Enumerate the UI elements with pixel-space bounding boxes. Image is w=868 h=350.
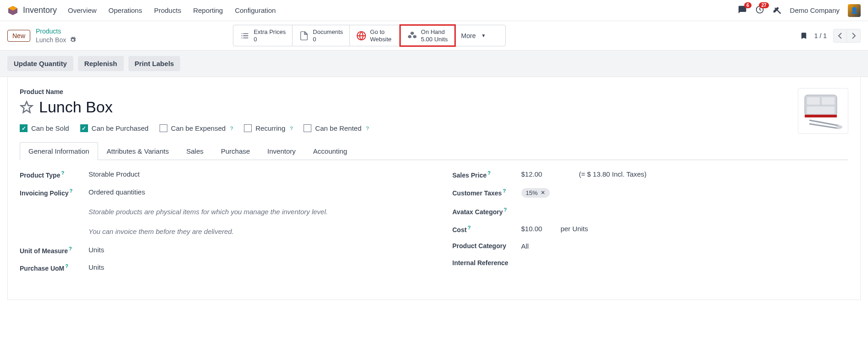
cost-unit: per Units <box>560 225 588 233</box>
stat-website[interactable]: Go toWebsite <box>350 25 400 46</box>
favorite-star-icon[interactable] <box>20 100 33 114</box>
product-category-value[interactable]: All <box>521 242 849 250</box>
app-title[interactable]: Inventory <box>23 6 57 15</box>
nav-configuration[interactable]: Configuration <box>235 6 276 14</box>
check-can-be-purchased[interactable]: Can be Purchased <box>80 124 149 132</box>
help-icon[interactable]: ? <box>290 126 293 131</box>
nav-overview[interactable]: Overview <box>68 6 97 14</box>
topbar: Inventory Overview Operations Products R… <box>0 0 868 21</box>
invoicing-policy-value[interactable]: Ordered quantities <box>88 188 416 196</box>
activities-icon[interactable]: 27 <box>755 5 764 16</box>
customer-taxes-label: Customer Taxes <box>453 189 502 197</box>
sales-price-label: Sales Price <box>453 172 487 179</box>
stat-buttons: Extra Prices0 Documents0 Go toWebsite On… <box>233 25 505 46</box>
purchase-uom-value[interactable]: Units <box>88 263 416 271</box>
help-icon[interactable]: ? <box>503 188 506 194</box>
document-icon <box>299 31 309 41</box>
nav-reporting[interactable]: Reporting <box>193 6 223 14</box>
svg-point-11 <box>836 125 842 129</box>
stat-more[interactable]: More▼ <box>455 25 505 46</box>
control-bar: New Products Lunch Box Extra Prices0 Doc… <box>0 21 868 50</box>
help-icon[interactable]: ? <box>69 246 72 251</box>
help-icon[interactable]: ? <box>503 207 507 212</box>
hint-text-2: You can invoice them before they are del… <box>88 226 416 238</box>
tab-sales[interactable]: Sales <box>177 142 212 160</box>
check-can-be-expensed[interactable]: Can be Expensed? <box>160 124 233 132</box>
user-avatar[interactable]: 👤 <box>848 4 861 17</box>
sales-price-incl: (= $ 13.80 Incl. Taxes) <box>579 170 647 178</box>
messages-icon[interactable]: 6 <box>738 5 747 16</box>
check-can-be-sold[interactable]: Can be Sold <box>20 124 69 132</box>
cost-value[interactable]: $10.00 <box>521 225 542 233</box>
uom-value[interactable]: Units <box>88 246 416 254</box>
product-image[interactable] <box>798 88 848 134</box>
svg-rect-7 <box>807 106 835 114</box>
new-button[interactable]: New <box>7 30 30 42</box>
tab-purchase[interactable]: Purchase <box>212 142 259 160</box>
svg-rect-6 <box>822 97 835 105</box>
action-row: Update Quantity Replenish Print Labels <box>0 50 868 77</box>
tab-general-information[interactable]: General Information <box>20 142 98 160</box>
help-icon[interactable]: ? <box>70 188 73 194</box>
company-name[interactable]: Demo Company <box>790 6 840 14</box>
cost-label: Cost <box>453 226 467 233</box>
update-quantity-button[interactable]: Update Quantity <box>7 56 73 71</box>
globe-icon <box>356 31 366 41</box>
app-logo-icon <box>7 5 18 16</box>
avatax-category-label: Avatax Category <box>453 208 503 216</box>
internal-reference-label: Internal Reference <box>453 259 521 267</box>
help-icon[interactable]: ? <box>230 126 233 131</box>
uom-label: Unit of Measure <box>20 247 68 254</box>
replenish-button[interactable]: Replenish <box>78 56 124 71</box>
product-category-label: Product Category <box>453 242 521 250</box>
caret-down-icon: ▼ <box>481 33 486 38</box>
svg-rect-5 <box>807 97 820 105</box>
product-type-label: Product Type <box>20 172 60 179</box>
nav-products[interactable]: Products <box>154 6 181 14</box>
remove-tax-icon[interactable]: ✕ <box>541 189 545 196</box>
breadcrumb-parent[interactable]: Products <box>36 27 76 35</box>
pager-next[interactable] <box>847 29 861 43</box>
check-recurring[interactable]: Recurring? <box>244 124 293 132</box>
product-type-value[interactable]: Storable Product <box>88 170 416 178</box>
list-icon <box>240 31 250 41</box>
tax-chip[interactable]: 15%✕ <box>521 188 550 198</box>
invoicing-policy-label: Invoicing Policy <box>20 189 69 197</box>
gear-icon[interactable] <box>70 37 76 43</box>
breadcrumb-current: Lunch Box <box>36 36 66 44</box>
tabs: General Information Attributes & Variant… <box>20 142 848 160</box>
purchase-uom-label: Purchase UoM <box>20 265 64 272</box>
help-icon[interactable]: ? <box>468 225 471 230</box>
help-icon[interactable]: ? <box>366 126 369 131</box>
svg-rect-8 <box>805 115 837 117</box>
tools-icon[interactable] <box>773 6 782 15</box>
check-can-be-rented[interactable]: Can be Rented? <box>304 124 369 132</box>
activities-badge: 27 <box>759 2 768 8</box>
tab-accounting[interactable]: Accounting <box>304 142 356 160</box>
stat-documents[interactable]: Documents0 <box>293 25 350 46</box>
breadcrumb: Products Lunch Box <box>36 27 76 44</box>
pager-prev[interactable] <box>833 29 847 43</box>
product-name[interactable]: Lunch Box <box>39 98 113 116</box>
nav-operations[interactable]: Operations <box>109 6 142 14</box>
hint-text-1: Storable products are physical items for… <box>88 206 416 218</box>
top-nav: Overview Operations Products Reporting C… <box>68 6 276 14</box>
tab-attributes-variants[interactable]: Attributes & Variants <box>98 142 178 160</box>
help-icon[interactable]: ? <box>61 170 64 176</box>
print-labels-button[interactable]: Print Labels <box>128 56 181 71</box>
messages-badge: 6 <box>744 2 752 8</box>
product-name-label: Product Name <box>20 88 798 95</box>
boxes-icon <box>407 31 417 41</box>
stat-extra-prices[interactable]: Extra Prices0 <box>233 25 293 46</box>
pager-text: 1 / 1 <box>814 32 827 39</box>
stat-on-hand[interactable]: On Hand5.00 Units <box>399 24 456 47</box>
help-icon[interactable]: ? <box>487 170 491 176</box>
sales-price-value[interactable]: $12.00 <box>521 170 542 178</box>
tab-inventory[interactable]: Inventory <box>259 142 304 160</box>
bookmark-icon[interactable] <box>800 32 808 40</box>
form-sheet: Product Name Lunch Box Can be Sold Can b… <box>7 77 861 300</box>
help-icon[interactable]: ? <box>65 263 68 269</box>
